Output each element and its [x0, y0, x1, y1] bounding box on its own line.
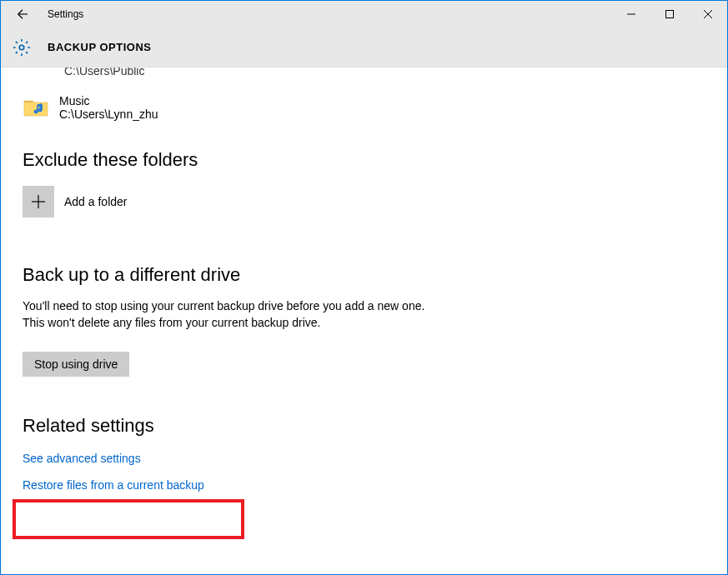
different-drive-description: You'll need to stop using your current b…: [23, 298, 431, 332]
add-folder-button[interactable]: Add a folder: [23, 186, 705, 218]
close-icon: [704, 10, 712, 18]
content-area: C:\Users\Public Music C:\Users\Lynn_zhu …: [1, 68, 727, 574]
page-header: BACKUP OPTIONS: [1, 28, 727, 68]
stop-using-drive-button[interactable]: Stop using drive: [23, 352, 129, 377]
svg-point-10: [39, 108, 43, 112]
back-button[interactable]: [9, 1, 36, 28]
svg-point-9: [35, 110, 38, 113]
different-drive-heading: Back up to a different drive: [23, 264, 705, 286]
music-folder-icon: [23, 94, 49, 121]
maximize-icon: [665, 10, 674, 18]
maximize-button[interactable]: [650, 1, 689, 28]
minimize-button[interactable]: [612, 1, 650, 28]
plus-button: [23, 186, 54, 218]
page-title: BACKUP OPTIONS: [48, 41, 152, 53]
see-advanced-settings-link[interactable]: See advanced settings: [23, 452, 705, 465]
exclude-folders-heading: Exclude these folders: [23, 149, 705, 171]
folder-info: Music C:\Users\Lynn_zhu: [59, 94, 158, 121]
restore-files-link[interactable]: Restore files from a current backup: [23, 478, 705, 492]
plus-icon: [31, 194, 46, 209]
back-arrow-icon: [15, 7, 30, 22]
window-controls: [612, 1, 727, 28]
close-button[interactable]: [689, 1, 727, 28]
folder-item-music[interactable]: Music C:\Users\Lynn_zhu: [23, 94, 705, 121]
titlebar: Settings: [1, 1, 727, 28]
folder-path: C:\Users\Lynn_zhu: [59, 108, 158, 121]
minimize-icon: [627, 10, 635, 18]
window-title: Settings: [48, 8, 83, 20]
svg-rect-2: [666, 11, 674, 18]
partial-folder-path: C:\Users\Public: [23, 68, 705, 78]
folder-label: Music: [59, 94, 158, 108]
svg-point-5: [19, 45, 24, 50]
add-folder-label: Add a folder: [64, 195, 128, 208]
gear-icon: [13, 38, 31, 57]
related-settings-heading: Related settings: [23, 415, 705, 437]
